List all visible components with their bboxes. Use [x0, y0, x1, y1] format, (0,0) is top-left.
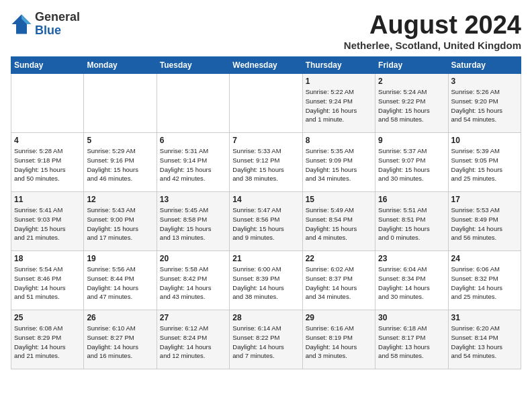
calendar-cell: 21Sunrise: 6:00 AM Sunset: 8:39 PM Dayli…	[230, 251, 302, 310]
day-number: 5	[87, 136, 153, 145]
day-number: 21	[232, 254, 299, 263]
col-header-friday: Friday	[375, 57, 448, 74]
calendar-cell: 2Sunrise: 5:24 AM Sunset: 9:22 PM Daylig…	[375, 74, 448, 133]
day-info: Sunrise: 5:39 AM Sunset: 9:05 PM Dayligh…	[451, 146, 518, 183]
calendar-cell: 18Sunrise: 5:54 AM Sunset: 8:46 PM Dayli…	[11, 251, 84, 310]
day-info: Sunrise: 6:16 AM Sunset: 8:19 PM Dayligh…	[306, 324, 372, 361]
logo-general: General	[35, 11, 80, 24]
calendar-cell	[84, 74, 157, 133]
day-info: Sunrise: 5:43 AM Sunset: 9:00 PM Dayligh…	[87, 205, 153, 242]
day-number: 2	[378, 77, 445, 86]
calendar-cell: 22Sunrise: 6:02 AM Sunset: 8:37 PM Dayli…	[302, 251, 375, 310]
calendar-cell: 31Sunrise: 6:20 AM Sunset: 8:14 PM Dayli…	[448, 310, 521, 369]
day-info: Sunrise: 5:49 AM Sunset: 8:54 PM Dayligh…	[306, 205, 372, 242]
week-row-1: 1Sunrise: 5:22 AM Sunset: 9:24 PM Daylig…	[11, 74, 521, 133]
day-number: 20	[160, 254, 226, 263]
day-number: 1	[306, 77, 372, 86]
calendar-cell: 15Sunrise: 5:49 AM Sunset: 8:54 PM Dayli…	[302, 192, 375, 251]
calendar-cell: 28Sunrise: 6:14 AM Sunset: 8:22 PM Dayli…	[230, 310, 302, 369]
week-row-4: 18Sunrise: 5:54 AM Sunset: 8:46 PM Dayli…	[11, 251, 521, 310]
calendar-cell: 17Sunrise: 5:53 AM Sunset: 8:49 PM Dayli…	[448, 192, 521, 251]
day-number: 15	[306, 195, 372, 204]
day-info: Sunrise: 6:00 AM Sunset: 8:39 PM Dayligh…	[232, 265, 299, 302]
day-number: 14	[232, 195, 299, 204]
day-info: Sunrise: 6:12 AM Sunset: 8:24 PM Dayligh…	[160, 324, 226, 361]
calendar-table: SundayMondayTuesdayWednesdayThursdayFrid…	[11, 56, 521, 369]
logo-blue: Blue	[35, 24, 80, 38]
week-row-5: 25Sunrise: 6:08 AM Sunset: 8:29 PM Dayli…	[11, 310, 521, 369]
calendar-cell: 25Sunrise: 6:08 AM Sunset: 8:29 PM Dayli…	[11, 310, 84, 369]
day-info: Sunrise: 5:51 AM Sunset: 8:51 PM Dayligh…	[378, 205, 445, 242]
day-info: Sunrise: 5:53 AM Sunset: 8:49 PM Dayligh…	[451, 205, 518, 242]
day-number: 29	[306, 313, 372, 322]
calendar-cell: 24Sunrise: 6:06 AM Sunset: 8:32 PM Dayli…	[448, 251, 521, 310]
col-header-wednesday: Wednesday	[230, 57, 302, 74]
day-info: Sunrise: 5:54 AM Sunset: 8:46 PM Dayligh…	[14, 265, 81, 302]
day-info: Sunrise: 5:26 AM Sunset: 9:20 PM Dayligh…	[451, 87, 518, 124]
calendar-cell: 27Sunrise: 6:12 AM Sunset: 8:24 PM Dayli…	[157, 310, 229, 369]
day-number: 31	[451, 313, 518, 322]
day-number: 25	[14, 313, 81, 322]
calendar-cell: 13Sunrise: 5:45 AM Sunset: 8:58 PM Dayli…	[157, 192, 229, 251]
logo-icon	[11, 13, 32, 35]
calendar-cell: 4Sunrise: 5:28 AM Sunset: 9:18 PM Daylig…	[11, 133, 84, 192]
calendar-cell	[157, 74, 229, 133]
calendar-cell: 5Sunrise: 5:29 AM Sunset: 9:16 PM Daylig…	[84, 133, 157, 192]
location: Netherlee, Scotland, United Kingdom	[344, 40, 521, 51]
day-number: 22	[306, 254, 372, 263]
logo-text: General Blue	[35, 11, 80, 38]
day-number: 6	[160, 136, 226, 145]
day-number: 4	[14, 136, 81, 145]
day-number: 24	[451, 254, 518, 263]
day-info: Sunrise: 5:31 AM Sunset: 9:14 PM Dayligh…	[160, 146, 226, 183]
col-header-tuesday: Tuesday	[157, 57, 229, 74]
calendar-cell: 20Sunrise: 5:58 AM Sunset: 8:42 PM Dayli…	[157, 251, 229, 310]
week-row-3: 11Sunrise: 5:41 AM Sunset: 9:03 PM Dayli…	[11, 192, 521, 251]
month-year: August 2024	[344, 11, 521, 40]
col-header-sunday: Sunday	[11, 57, 84, 74]
calendar-cell: 14Sunrise: 5:47 AM Sunset: 8:56 PM Dayli…	[230, 192, 302, 251]
day-info: Sunrise: 6:10 AM Sunset: 8:27 PM Dayligh…	[87, 324, 153, 361]
calendar-cell: 26Sunrise: 6:10 AM Sunset: 8:27 PM Dayli…	[84, 310, 157, 369]
day-number: 12	[87, 195, 153, 204]
calendar-cell: 3Sunrise: 5:26 AM Sunset: 9:20 PM Daylig…	[448, 74, 521, 133]
calendar-cell: 30Sunrise: 6:18 AM Sunset: 8:17 PM Dayli…	[375, 310, 448, 369]
calendar-cell: 19Sunrise: 5:56 AM Sunset: 8:44 PM Dayli…	[84, 251, 157, 310]
day-info: Sunrise: 6:18 AM Sunset: 8:17 PM Dayligh…	[378, 324, 445, 361]
day-info: Sunrise: 5:28 AM Sunset: 9:18 PM Dayligh…	[14, 146, 81, 183]
week-row-2: 4Sunrise: 5:28 AM Sunset: 9:18 PM Daylig…	[11, 133, 521, 192]
day-info: Sunrise: 5:22 AM Sunset: 9:24 PM Dayligh…	[306, 87, 372, 124]
day-number: 16	[378, 195, 445, 204]
day-info: Sunrise: 5:56 AM Sunset: 8:44 PM Dayligh…	[87, 265, 153, 302]
header: General Blue August 2024 Netherlee, Scot…	[11, 11, 521, 51]
calendar-header: SundayMondayTuesdayWednesdayThursdayFrid…	[11, 57, 521, 74]
calendar-cell: 7Sunrise: 5:33 AM Sunset: 9:12 PM Daylig…	[230, 133, 302, 192]
day-info: Sunrise: 6:08 AM Sunset: 8:29 PM Dayligh…	[14, 324, 81, 361]
calendar-cell: 9Sunrise: 5:37 AM Sunset: 9:07 PM Daylig…	[375, 133, 448, 192]
calendar-body: 1Sunrise: 5:22 AM Sunset: 9:24 PM Daylig…	[11, 74, 521, 369]
day-number: 18	[14, 254, 81, 263]
calendar-cell: 10Sunrise: 5:39 AM Sunset: 9:05 PM Dayli…	[448, 133, 521, 192]
day-info: Sunrise: 6:06 AM Sunset: 8:32 PM Dayligh…	[451, 265, 518, 302]
day-number: 28	[232, 313, 299, 322]
day-info: Sunrise: 5:47 AM Sunset: 8:56 PM Dayligh…	[232, 205, 299, 242]
day-number: 3	[451, 77, 518, 86]
col-header-monday: Monday	[84, 57, 157, 74]
day-number: 11	[14, 195, 81, 204]
day-info: Sunrise: 5:45 AM Sunset: 8:58 PM Dayligh…	[160, 205, 226, 242]
day-number: 27	[160, 313, 226, 322]
day-info: Sunrise: 5:37 AM Sunset: 9:07 PM Dayligh…	[378, 146, 445, 183]
calendar-cell: 16Sunrise: 5:51 AM Sunset: 8:51 PM Dayli…	[375, 192, 448, 251]
title-block: August 2024 Netherlee, Scotland, United …	[344, 11, 521, 51]
calendar-cell: 29Sunrise: 6:16 AM Sunset: 8:19 PM Dayli…	[302, 310, 375, 369]
calendar-cell	[11, 74, 84, 133]
calendar-cell: 6Sunrise: 5:31 AM Sunset: 9:14 PM Daylig…	[157, 133, 229, 192]
day-info: Sunrise: 5:35 AM Sunset: 9:09 PM Dayligh…	[306, 146, 372, 183]
calendar-cell: 12Sunrise: 5:43 AM Sunset: 9:00 PM Dayli…	[84, 192, 157, 251]
header-row: SundayMondayTuesdayWednesdayThursdayFrid…	[11, 57, 521, 74]
day-info: Sunrise: 6:20 AM Sunset: 8:14 PM Dayligh…	[451, 324, 518, 361]
calendar-cell: 23Sunrise: 6:04 AM Sunset: 8:34 PM Dayli…	[375, 251, 448, 310]
day-info: Sunrise: 6:14 AM Sunset: 8:22 PM Dayligh…	[232, 324, 299, 361]
day-number: 9	[378, 136, 445, 145]
day-info: Sunrise: 6:02 AM Sunset: 8:37 PM Dayligh…	[306, 265, 372, 302]
